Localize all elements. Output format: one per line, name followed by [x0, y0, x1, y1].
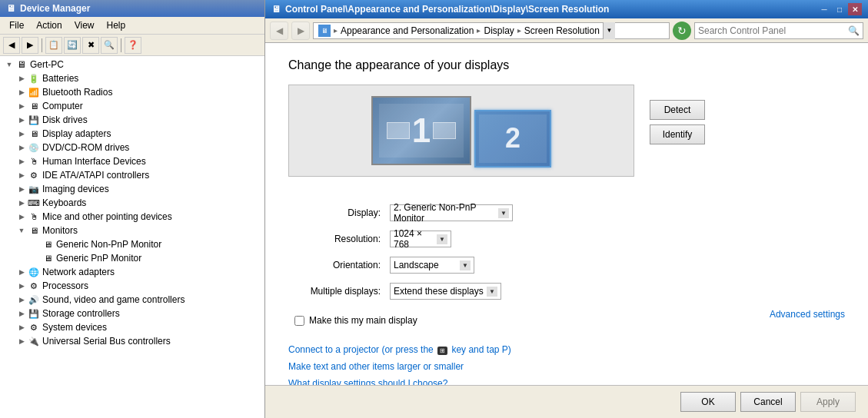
display-settings-link[interactable]: What display settings should I choose?: [288, 378, 845, 385]
tree-item-dvd[interactable]: ▶ 💿 DVD/CD-ROM drives: [2, 141, 263, 154]
monitor-actions: Detect Identify: [650, 85, 705, 192]
root-icon: 🖥: [15, 58, 28, 71]
tree-item-system[interactable]: ▶ ⚙ System devices: [2, 320, 263, 334]
display-value: 2. Generic Non-PnP Monitor: [394, 202, 495, 224]
toolbar-btn-scan[interactable]: 🔍: [101, 37, 118, 54]
nav-back-button[interactable]: ◀: [270, 22, 288, 40]
toolbar-sep-2: [121, 38, 121, 52]
resolution-select[interactable]: 1024 × 768 ▼: [390, 231, 451, 247]
tree-item-displayadapters[interactable]: ▶ 🖥 Display adapters: [2, 127, 263, 141]
tree-item-bluetooth[interactable]: ▶ 📶 Bluetooth Radios: [2, 85, 263, 99]
display-dropdown-icon: ▼: [498, 208, 509, 218]
search-icon[interactable]: 🔍: [848, 25, 860, 36]
close-button[interactable]: ✕: [848, 3, 862, 15]
tree-item-sound[interactable]: ▶ 🔊 Sound, video and game controllers: [2, 293, 263, 307]
tree-item-usb[interactable]: ▶ 🔌 Universal Serial Bus controllers: [2, 334, 263, 348]
display-preview-inner: 1 2: [371, 95, 551, 168]
address-icon: 🖥: [318, 25, 331, 37]
tree-item-hid[interactable]: ▶ 🖱 Human Interface Devices: [2, 154, 263, 168]
path-arrow-2: ▸: [477, 26, 481, 35]
apply-button[interactable]: Apply: [800, 392, 856, 412]
display-select[interactable]: 2. Generic Non-PnP Monitor ▼: [390, 204, 513, 221]
windows-key: ⊞: [437, 347, 447, 355]
tree-item-processors[interactable]: ▶ ⚙ Processors: [2, 279, 263, 293]
path-segment-1: Appearance and Personalization: [341, 25, 474, 36]
orientation-select[interactable]: Landscape ▼: [390, 257, 474, 274]
resolution-dropdown-icon: ▼: [437, 234, 447, 244]
tree-item-ide[interactable]: ▶ ⚙ IDE ATA/ATAPI controllers: [2, 168, 263, 182]
dm-titlebar: 🖥 Device Manager: [0, 0, 264, 17]
cp-content: Change the appearance of your displays: [265, 43, 868, 385]
advanced-settings-container: Advanced settings: [770, 309, 845, 320]
cp-footer: OK Cancel Apply: [265, 385, 868, 418]
multiple-displays-dropdown-icon: ▼: [487, 287, 497, 297]
tree-item-computer[interactable]: ▶ 🖥 Computer: [2, 99, 263, 113]
dm-menu-action[interactable]: Action: [30, 18, 68, 32]
control-panel: 🖥 Control Panel\Appearance and Personali…: [265, 0, 868, 418]
dm-title-icon: 🖥: [6, 3, 15, 14]
tree-item-mice[interactable]: ▶ 🖱 Mice and other pointing devices: [2, 210, 263, 224]
ok-button[interactable]: OK: [680, 392, 736, 412]
toolbar-btn-properties[interactable]: 📋: [45, 37, 62, 54]
cancel-button[interactable]: Cancel: [740, 392, 796, 412]
cp-titlebar-controls: ─ □ ✕: [817, 3, 862, 15]
tree-item-keyboards[interactable]: ▶ ⌨ Keyboards: [2, 196, 263, 210]
search-box: 🔍: [694, 22, 863, 39]
tree-item-generic-nonpnp[interactable]: 🖥 Generic Non-PnP Monitor: [2, 237, 263, 251]
resolution-row: Resolution: 1024 × 768 ▼: [288, 231, 845, 247]
detect-button[interactable]: Detect: [650, 100, 705, 120]
tree-item-generic-pnp[interactable]: 🖥 Generic PnP Monitor: [2, 251, 263, 265]
path-arrow-3: ▸: [517, 26, 521, 35]
nav-forward-button[interactable]: ▶: [291, 22, 310, 40]
toolbar-sep-1: [42, 38, 42, 52]
maximize-button[interactable]: □: [833, 3, 846, 15]
multiple-displays-label: Multiple displays:: [288, 286, 381, 297]
tree-item-monitors[interactable]: ▼ 🖥 Monitors: [2, 224, 263, 237]
monitor-preview-1[interactable]: 1: [371, 96, 471, 165]
address-path[interactable]: 🖥 ▸ Appearance and Personalization ▸ Dis…: [313, 22, 670, 39]
monitor-2-number: 2: [505, 122, 520, 154]
dm-tree: ▼ 🖥 Gert-PC ▶ 🔋 Batteries ▶ 📶 Bluetooth …: [0, 56, 264, 418]
main-display-checkbox[interactable]: [294, 316, 304, 326]
toolbar-btn-update[interactable]: 🔄: [64, 37, 81, 54]
path-segment-2: Display: [484, 25, 514, 36]
address-dropdown[interactable]: ▼: [603, 22, 615, 39]
orientation-value: Landscape: [394, 260, 439, 270]
cp-title-icon: 🖥: [271, 4, 281, 15]
display-label: Display:: [288, 207, 381, 218]
cp-titlebar: 🖥 Control Panel\Appearance and Personali…: [265, 0, 868, 18]
dm-menu-help[interactable]: Help: [101, 18, 132, 32]
tree-item-imaging[interactable]: ▶ 📷 Imaging devices: [2, 182, 263, 196]
root-label: Gert-PC: [30, 59, 64, 70]
projector-link[interactable]: Connect to a projector (or press the ⊞ k…: [288, 344, 845, 355]
search-input[interactable]: [698, 25, 845, 36]
dm-menu-view[interactable]: View: [68, 18, 101, 32]
resolution-label: Resolution:: [288, 234, 381, 244]
refresh-button[interactable]: ↻: [673, 22, 691, 40]
tree-item-batteries[interactable]: ▶ 🔋 Batteries: [2, 71, 263, 85]
dm-title-text: Device Manager: [20, 3, 90, 14]
tree-item-storage[interactable]: ▶ 💾 Storage controllers: [2, 307, 263, 320]
display-row: Display: 2. Generic Non-PnP Monitor ▼: [288, 204, 845, 221]
monitor-1-number: 1: [412, 111, 431, 150]
minimize-button[interactable]: ─: [817, 3, 831, 15]
multiple-displays-value: Extend these displays: [394, 286, 484, 297]
cp-addressbar: ◀ ▶ 🖥 ▸ Appearance and Personalization ▸…: [265, 18, 868, 43]
toolbar-btn-uninstall[interactable]: ✖: [82, 37, 99, 54]
toolbar-btn-back[interactable]: ◀: [3, 37, 20, 54]
tree-item-diskdrives[interactable]: ▶ 💾 Disk drives: [2, 113, 263, 127]
monitor-preview-2[interactable]: 2: [474, 104, 551, 168]
multiple-displays-select[interactable]: Extend these displays ▼: [390, 283, 501, 300]
toolbar-btn-forward[interactable]: ▶: [22, 37, 38, 54]
identify-button[interactable]: Identify: [650, 124, 705, 144]
orientation-row: Orientation: Landscape ▼: [288, 257, 845, 274]
orientation-dropdown-icon: ▼: [460, 260, 471, 270]
tree-item-network[interactable]: ▶ 🌐 Network adapters: [2, 265, 263, 279]
cp-titlebar-left: 🖥 Control Panel\Appearance and Personali…: [271, 4, 609, 15]
toolbar-btn-help[interactable]: ❓: [125, 37, 141, 54]
tree-item-root[interactable]: ▼ 🖥 Gert-PC: [2, 58, 263, 71]
advanced-settings-link[interactable]: Advanced settings: [770, 309, 845, 320]
dm-menu-file[interactable]: File: [3, 18, 30, 32]
main-display-row: Make this my main display Advanced setti…: [288, 309, 845, 332]
text-size-link[interactable]: Make text and other items larger or smal…: [288, 361, 845, 372]
